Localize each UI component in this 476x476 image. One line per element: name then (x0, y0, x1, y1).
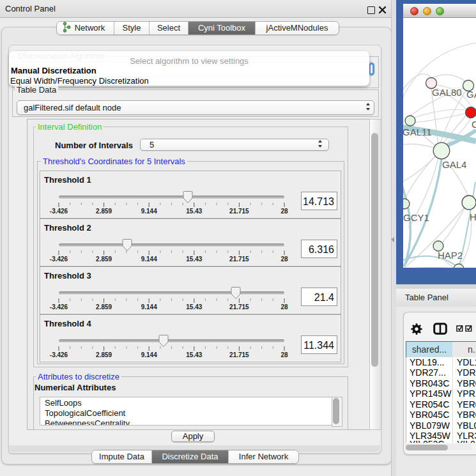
svg-text:GA: GA (466, 89, 476, 100)
svg-text:H: H (470, 211, 476, 222)
svg-text:GAL11: GAL11 (403, 127, 432, 137)
svg-text:HAP2: HAP2 (438, 250, 463, 261)
svg-text:GAL80: GAL80 (432, 87, 462, 98)
svg-text:GCY1: GCY1 (403, 212, 429, 223)
svg-text:GAL4: GAL4 (442, 159, 466, 170)
svg-text:C: C (472, 119, 476, 130)
